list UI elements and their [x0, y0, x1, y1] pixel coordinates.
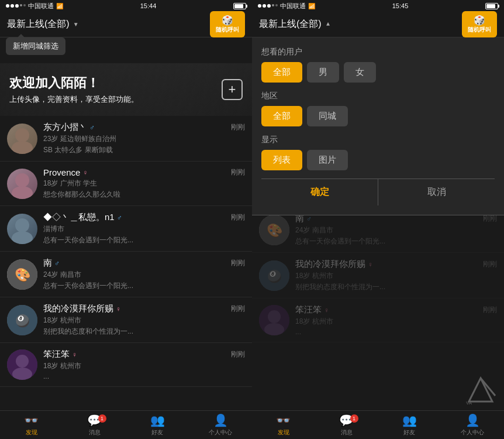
filter-actions: 确定 取消	[261, 179, 495, 205]
svg-point-3	[12, 186, 33, 199]
left-header: 最新上线(全部) ▼ 🎲 随机呼叫	[0, 12, 252, 37]
filter-display-list-button[interactable]: 列表	[261, 150, 302, 170]
left-tab-bar: 👓 发现 💬 消息 1 👥 好友 👤 个人中心	[0, 410, 252, 439]
tab-messages-right[interactable]: 💬 消息 1	[315, 413, 378, 437]
filter-area-local-button[interactable]: 同城	[307, 106, 348, 126]
user-meta-3: 淄博市	[43, 224, 245, 234]
svg-point-12	[12, 368, 32, 380]
gender-icon-1: ♂	[89, 124, 95, 132]
tab-discover-right[interactable]: 👓 发现	[252, 413, 315, 437]
user-name-2: Provence	[43, 167, 80, 177]
svg-text:🎨: 🎨	[267, 222, 283, 238]
filter-cancel-button[interactable]: 取消	[378, 179, 495, 205]
tab-discover-left[interactable]: 👓 发现	[0, 413, 63, 437]
table-row[interactable]: 🎱 我的冷漠拜你所赐 ♀ 刚刚 18岁 杭州市 别把我的态度和个性混为一...	[0, 297, 252, 343]
filter-users-female-button[interactable]: 女	[344, 62, 376, 83]
table-row[interactable]: ◆◇丶＿私戀。n1 ♂ 刚刚 淄博市 总有一天你会遇到一个阳光...	[0, 206, 252, 252]
filter-confirm-button[interactable]: 确定	[261, 179, 378, 205]
wifi-icon-right: 📶	[308, 3, 315, 9]
filter-section-area: 地区 全部 同城	[261, 91, 495, 126]
table-row[interactable]: Provence ♀ 刚刚 18岁 广州市 学生 想念你都那么久那么久啦	[0, 162, 252, 206]
right-time-label-6: 刚刚	[483, 305, 497, 315]
right-user-status-6: ...	[295, 328, 497, 336]
promo-banner[interactable]: 欢迎加入陌陌！ 上传头像，完善资料，享受全部功能。 +	[0, 63, 252, 116]
discover-icon-right: 👓	[276, 413, 291, 427]
user-status-5: 别把我的态度和个性混为一...	[43, 327, 245, 337]
tab-discover-label-right: 发现	[278, 428, 289, 437]
user-name-3: ◆◇丶＿私戀。n1	[43, 212, 115, 223]
tooltip-banner: 新增同城筛选	[6, 37, 65, 55]
time-label-1: 刚刚	[231, 122, 245, 132]
tab-messages-left[interactable]: 💬 消息 1	[63, 413, 126, 437]
right-title-button[interactable]: 最新上线(全部) ▼	[259, 18, 331, 30]
avatar	[7, 214, 37, 244]
filter-area-label: 地区	[261, 91, 495, 101]
right-gender-icon-5: ♀	[368, 260, 373, 269]
carrier-left: 中国联通	[28, 2, 54, 11]
user-name-1: 东方小摺丶	[43, 122, 87, 133]
gender-icon-4: ♂	[54, 259, 60, 267]
right-random-call-button[interactable]: 🎲 随机呼叫	[462, 11, 497, 37]
time-right: 15:45	[392, 2, 409, 9]
tab-friends-right[interactable]: 👥 好友	[378, 413, 441, 437]
time-label-6: 刚刚	[231, 349, 245, 359]
dice-icon-left: 🎲	[222, 15, 233, 26]
add-icon[interactable]: +	[222, 79, 243, 100]
left-random-call-button[interactable]: 🎲 随机呼叫	[210, 11, 245, 37]
right-status-bar: 中国联通 📶 15:45	[252, 0, 504, 12]
table-row: 🎱 我的冷漠拜你所赐 ♀ 刚刚 18岁 杭州市 别把我的态度和个性混为一...	[252, 253, 504, 299]
user-meta-4: 24岁 南昌市	[43, 270, 245, 280]
svg-point-19	[264, 323, 284, 335]
table-row[interactable]: 东方小摺丶 ♂ 刚刚 23岁 延边朝鲜族自治州 SB 太特么多 果断卸载	[0, 116, 252, 162]
tab-friends-label-right: 好友	[403, 428, 415, 437]
left-title-button[interactable]: 最新上线(全部) ▼	[7, 18, 79, 30]
user-status-4: 总有一天你会遇到一个阳光...	[43, 281, 245, 291]
tab-messages-label-right: 消息	[341, 428, 353, 437]
filter-users-all-button[interactable]: 全部	[261, 62, 302, 83]
svg-point-11	[16, 355, 29, 368]
avatar: 🎨	[7, 259, 37, 290]
user-status-6: ...	[43, 372, 245, 380]
svg-point-5	[12, 231, 33, 244]
right-user-meta-4: 24岁 南昌市	[295, 225, 497, 235]
right-random-call-label: 随机呼叫	[468, 26, 491, 34]
right-gender-icon-4: ♂	[306, 215, 312, 223]
svg-rect-13	[259, 215, 289, 245]
svg-point-18	[268, 310, 281, 323]
discover-icon-left: 👓	[24, 413, 39, 427]
svg-text:🎱: 🎱	[267, 269, 282, 283]
user-status-2: 想念你都那么久那么久啦	[43, 190, 245, 200]
user-name-6: 笨汪笨	[43, 349, 70, 360]
svg-text:🎱: 🎱	[15, 314, 30, 328]
filter-area-all-button[interactable]: 全部	[261, 106, 302, 126]
svg-point-4	[15, 218, 29, 232]
svg-point-0	[15, 128, 29, 142]
user-name-5: 我的冷漠拜你所赐	[43, 303, 113, 314]
table-row[interactable]: 🎨 南 ♂ 刚刚 24岁 南昌市 总有一天你会遇到一个阳光...	[0, 252, 252, 297]
filter-users-male-button[interactable]: 男	[307, 62, 339, 83]
filter-area-buttons: 全部 同城	[261, 106, 495, 126]
time-label-4: 刚刚	[231, 258, 245, 268]
svg-point-1	[12, 141, 33, 154]
user-status-1: SB 太特么多 果断卸载	[43, 145, 245, 155]
tab-messages-label-left: 消息	[89, 428, 101, 437]
avatar: 🎱	[259, 260, 289, 291]
tooltip-text: 新增同城筛选	[13, 41, 58, 52]
tab-profile-left[interactable]: 👤 个人中心	[189, 413, 252, 437]
svg-rect-15	[259, 260, 289, 291]
table-row[interactable]: 笨汪笨 ♀ 刚刚 18岁 杭州市 ...	[0, 343, 252, 387]
right-user-meta-5: 18岁 杭州市	[295, 271, 497, 281]
left-user-list: 东方小摺丶 ♂ 刚刚 23岁 延边朝鲜族自治州 SB 太特么多 果断卸载 Pro…	[0, 116, 252, 410]
battery-right	[485, 3, 498, 9]
user-meta-5: 18岁 杭州市	[43, 315, 245, 325]
filter-display-image-button[interactable]: 图片	[307, 150, 348, 170]
right-header: 最新上线(全部) ▼ 🎲 随机呼叫	[252, 12, 504, 37]
user-status-3: 总有一天你会遇到一个阳光...	[43, 235, 245, 245]
filter-display-label: 显示	[261, 135, 495, 145]
profile-icon-right: 👤	[465, 413, 480, 427]
left-header-title: 最新上线(全部)	[7, 18, 70, 30]
tab-profile-right[interactable]: 👤 个人中心	[441, 413, 504, 437]
tab-friends-left[interactable]: 👥 好友	[126, 413, 189, 437]
avatar: 🎨	[259, 215, 289, 245]
filter-section-users: 想看的用户 全部 男 女	[261, 47, 495, 83]
